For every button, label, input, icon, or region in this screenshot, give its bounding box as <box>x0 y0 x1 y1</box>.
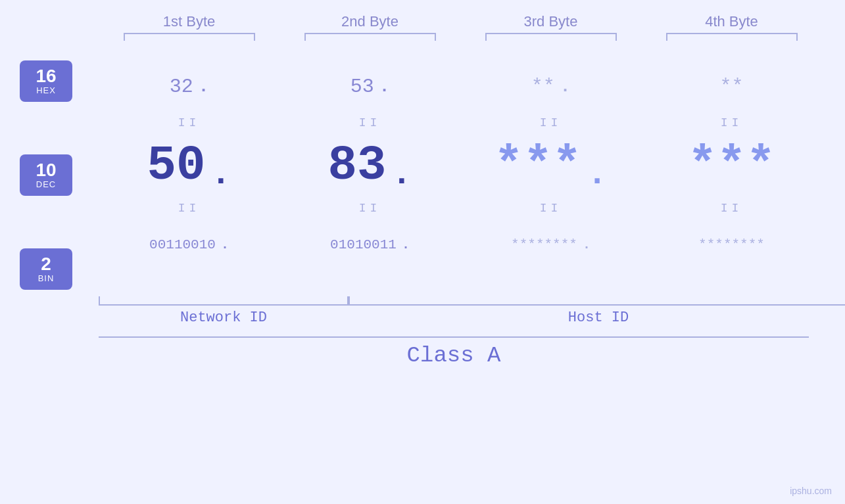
byte-header-4: 4th Byte <box>641 13 822 41</box>
hex-seg-3: ** . <box>460 76 641 98</box>
brackets-line: Network ID Host ID <box>99 296 845 326</box>
host-bracket: Host ID <box>349 296 845 326</box>
bracket-1 <box>124 33 255 41</box>
network-bracket-line <box>99 296 349 306</box>
eq-row-2: II II II II <box>99 198 845 218</box>
network-id-label: Network ID <box>180 309 267 326</box>
byte-header-3: 3rd Byte <box>460 13 641 41</box>
eq-2-1: II <box>99 202 279 215</box>
bracket-3 <box>485 33 617 41</box>
hex-row: 32 . 53 . ** . ** <box>99 60 845 113</box>
watermark: ipshu.com <box>790 486 832 496</box>
badge-column: 16 HEX 10 DEC 2 BIN <box>20 54 99 290</box>
eq-1-4: II <box>641 116 822 129</box>
eq-1-2: II <box>279 116 460 129</box>
dec-seg-2: 83 . <box>279 141 460 190</box>
class-underline <box>99 336 809 338</box>
bin-seg-4: ******** <box>641 237 822 252</box>
dec-seg-4: *** <box>641 141 822 190</box>
bottom-area: Network ID Host ID <box>0 296 845 326</box>
bracket-2 <box>304 33 436 41</box>
eq-row-1: II II II II <box>99 113 845 133</box>
bracket-4 <box>666 33 798 41</box>
host-id-label: Host ID <box>568 309 629 326</box>
bin-seg-2: 01010011 . <box>279 237 460 252</box>
bin-badge: 2 BIN <box>20 248 72 290</box>
hex-seg-4: ** <box>641 76 822 98</box>
bin-seg-1: 00110010 . <box>99 237 279 252</box>
eq-2-2: II <box>279 202 460 215</box>
network-bracket: Network ID <box>99 296 349 326</box>
bin-row: 00110010 . 01010011 . ******** . *******… <box>99 218 845 271</box>
hex-badge: 16 HEX <box>20 60 72 102</box>
class-section: Class A <box>0 336 845 368</box>
eq-2-4: II <box>641 202 822 215</box>
hex-seg-2: 53 . <box>279 76 460 98</box>
eq-1-1: II <box>99 116 279 129</box>
eq-2-3: II <box>460 202 641 215</box>
byte-header-2: 2nd Byte <box>279 13 460 41</box>
dec-seg-1: 50 . <box>99 141 279 190</box>
class-label: Class A <box>99 343 809 368</box>
dec-badge: 10 DEC <box>20 154 72 196</box>
byte-header-1: 1st Byte <box>99 13 279 41</box>
eq-1-3: II <box>460 116 641 129</box>
page: 1st Byte 2nd Byte 3rd Byte 4th Byte 16 H… <box>0 0 845 504</box>
dec-row: 50 . 83 . *** . *** <box>99 133 845 198</box>
content-area: 16 HEX 10 DEC 2 BIN 32 . 53 <box>0 54 845 290</box>
dec-seg-3: *** . <box>460 141 641 190</box>
host-bracket-line <box>349 296 845 306</box>
hex-seg-1: 32 . <box>99 76 279 98</box>
byte-headers: 1st Byte 2nd Byte 3rd Byte 4th Byte <box>0 0 845 41</box>
bin-seg-3: ******** . <box>460 237 641 252</box>
values-column: 32 . 53 . ** . ** II II II <box>99 54 845 290</box>
